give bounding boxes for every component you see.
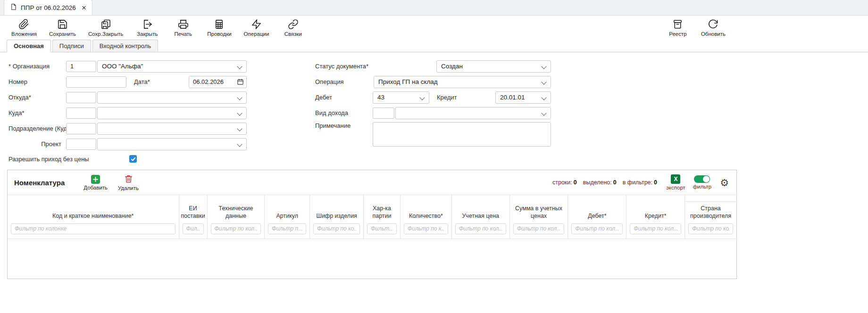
add-row-button[interactable]: Добавить <box>83 175 108 190</box>
tab-osnovnaya[interactable]: Основная <box>7 40 51 52</box>
income-type-select[interactable] <box>395 107 551 119</box>
col-uchetnaya-cena: Учетная цена <box>451 195 509 239</box>
from-label: Откуда* <box>8 94 66 101</box>
organization-code-input[interactable] <box>66 61 96 72</box>
organization-row: * Организация ООО "Альфа" <box>8 58 247 74</box>
print-button[interactable]: Печать <box>171 19 195 37</box>
project-row: Проект <box>8 136 247 152</box>
nomenclature-toolbar-right: строки:0 выделено:0 в фильтре:0 X экспор… <box>552 174 730 190</box>
column-header: Хар-ка партии <box>364 195 400 222</box>
links-label: Связки <box>284 31 302 37</box>
to-code-input[interactable] <box>66 107 96 119</box>
to-select[interactable] <box>97 107 247 119</box>
filter-input-shifr[interactable] <box>313 223 360 234</box>
organization-select[interactable]: ООО "Альфа" <box>97 60 247 73</box>
filter-input-kredit[interactable] <box>630 223 681 234</box>
delete-row-button[interactable]: Удалить <box>118 174 139 191</box>
postings-button[interactable]: Проводки <box>207 19 231 37</box>
filter-input-strana[interactable] <box>688 223 733 234</box>
project-select[interactable] <box>97 138 247 150</box>
from-select[interactable] <box>97 91 247 104</box>
filter-input-tehdannye[interactable] <box>211 223 261 234</box>
allow-no-price-checkbox[interactable] <box>129 155 137 163</box>
calendar-icon[interactable] <box>237 78 244 85</box>
chevron-down-icon <box>419 95 425 100</box>
debit-select[interactable]: 43 <box>373 91 429 104</box>
document-tabbar: ППР от 06.02.2026 × <box>0 0 868 16</box>
refresh-button[interactable]: Обновить <box>701 19 726 37</box>
save-button[interactable]: Сохранить <box>49 19 76 37</box>
division-select[interactable] <box>97 123 247 135</box>
organization-label: * Организация <box>8 63 66 70</box>
column-header: Кредит* <box>626 195 684 222</box>
filter-input-cena[interactable] <box>455 223 506 234</box>
table-body[interactable] <box>8 239 736 279</box>
filter-input-artikul[interactable] <box>268 223 306 234</box>
document-tab-title: ППР от 06.02.2026 <box>21 4 76 11</box>
filter-input-summa[interactable] <box>513 223 565 234</box>
close-tab-icon[interactable]: × <box>82 4 86 12</box>
project-code-input[interactable] <box>66 139 96 150</box>
form-right-column: Статус документа* Создан Операция Приход… <box>315 58 551 147</box>
tab-vhodnoy-kontrol[interactable]: Входной контроль <box>92 40 158 52</box>
close-door-icon <box>142 19 153 30</box>
chevron-down-icon <box>541 110 546 115</box>
ledger-grid-icon <box>214 19 225 30</box>
division-row: Подразделение (Куд... <box>8 121 247 136</box>
to-row: Куда* <box>8 105 247 121</box>
division-label: Подразделение (Куд... <box>8 125 66 132</box>
document-tab[interactable]: ППР от 06.02.2026 × <box>4 0 92 15</box>
chevron-down-icon <box>541 95 546 100</box>
refresh-label: Обновить <box>701 31 726 37</box>
registry-icon <box>672 19 683 30</box>
save-icon <box>57 19 68 30</box>
operations-button[interactable]: Операции <box>244 19 269 37</box>
links-button[interactable]: Связки <box>281 19 305 37</box>
operation-label: Операция <box>315 78 373 85</box>
filter-input-kolichestvo[interactable] <box>404 223 448 234</box>
income-type-code-input[interactable] <box>373 107 394 119</box>
attachments-button[interactable]: Вложения <box>11 19 37 37</box>
close-button[interactable]: Закрыть <box>135 19 159 37</box>
filter-toggle[interactable] <box>694 175 710 183</box>
print-label: Печать <box>174 31 192 37</box>
registry-button[interactable]: Реестр <box>666 19 690 37</box>
income-type-label: Вид дохода <box>315 109 373 116</box>
filter-toggle-label: фильтр <box>693 184 711 189</box>
save-close-button[interactable]: Сохр.Закрыть <box>88 19 123 37</box>
filter-input-kod[interactable] <box>11 223 175 234</box>
to-label: Куда* <box>8 109 66 116</box>
number-label: Номер <box>8 78 66 85</box>
status-value: Создан <box>441 63 463 70</box>
refresh-icon <box>708 19 718 30</box>
chevron-down-icon <box>237 64 242 69</box>
col-strana-proizvoditelya: Страна производителя <box>684 195 736 239</box>
from-code-input[interactable] <box>66 92 96 103</box>
project-label: Проект <box>8 140 66 148</box>
filter-input-harka[interactable] <box>367 223 397 234</box>
filter-input-debet[interactable] <box>571 223 623 234</box>
check-icon <box>131 156 136 162</box>
division-code-input[interactable] <box>66 123 96 134</box>
credit-select[interactable]: 20.01.01 <box>495 91 551 104</box>
column-header: Код и краткое наименование* <box>8 195 179 222</box>
note-textarea[interactable] <box>373 122 551 147</box>
tab-podpisi[interactable]: Подписи <box>52 40 91 52</box>
status-select[interactable]: Создан <box>436 60 551 73</box>
column-header: Количество* <box>401 195 451 222</box>
debit-credit-row: Дебет 43 Кредит 20.01.01 <box>315 90 551 105</box>
add-row-label: Добавить <box>83 185 108 190</box>
lightning-icon <box>251 19 262 30</box>
income-type-row: Вид дохода <box>315 105 551 121</box>
col-summa-v-cenah: Сумма в учетных ценах <box>509 195 568 239</box>
delete-row-label: Удалить <box>118 185 139 191</box>
number-input[interactable] <box>66 76 126 88</box>
export-button[interactable]: X экспорт <box>666 174 685 190</box>
filter-input-ei[interactable] <box>183 223 204 234</box>
operation-select[interactable]: Приход ГП на склад <box>374 76 551 88</box>
column-header: Технические данные <box>208 195 265 222</box>
column-header: Дебет* <box>568 195 626 222</box>
gear-icon[interactable] <box>720 178 729 188</box>
organization-value: ООО "Альфа" <box>102 63 143 70</box>
close-label: Закрыть <box>137 31 158 37</box>
